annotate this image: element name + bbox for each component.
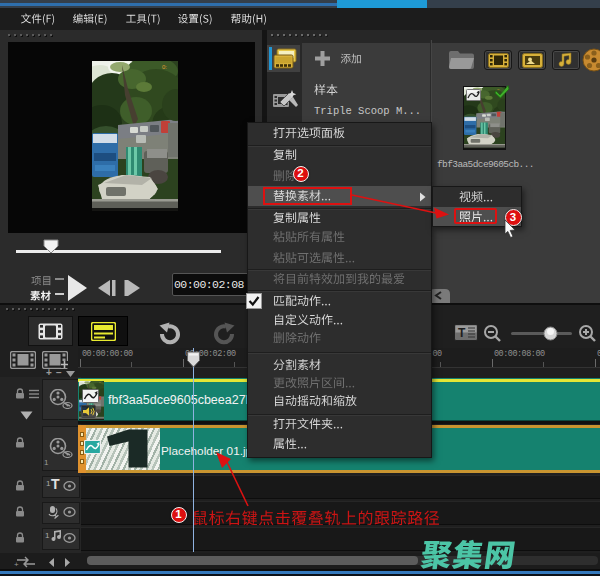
svg-text:0:: 0: (162, 64, 167, 70)
svg-text:T: T (458, 326, 466, 340)
svg-text:+: + (14, 560, 19, 568)
